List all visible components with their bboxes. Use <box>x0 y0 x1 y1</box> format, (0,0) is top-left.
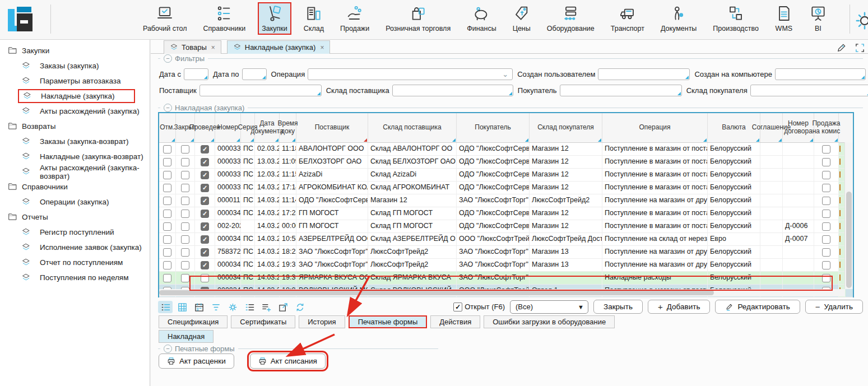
sidebar-item[interactable]: Операции (закупка) <box>0 194 150 210</box>
scrollbar-thumb[interactable] <box>159 290 714 295</box>
table-row[interactable]: 0000337ПС13.03.2411:09БЕЛХОЗТОРГ ОАОСкла… <box>159 156 853 169</box>
cell-proveden[interactable] <box>195 207 215 220</box>
sidebar-item[interactable]: Накладные (закупка-возврат) <box>0 149 150 164</box>
module-reference-list[interactable]: Справочники <box>199 2 249 35</box>
filter-all-select[interactable]: (Все) ▼ <box>510 300 588 314</box>
tab-спецификация[interactable]: Спецификация <box>159 315 228 328</box>
checkbox-icon[interactable] <box>201 274 209 282</box>
table-row[interactable]: 0000341ПС14.03.2410:58АЗЕРБЕЛТРЕЙД ОООСк… <box>159 233 853 246</box>
settings-gear-icon[interactable] <box>225 301 240 313</box>
checkbox-checked-icon[interactable] <box>201 184 209 192</box>
horizontal-scrollbar[interactable] <box>159 289 845 296</box>
cell-proveden[interactable] <box>195 272 215 284</box>
cell-proveden[interactable] <box>195 182 215 194</box>
tree-group[interactable]: Отчеты <box>0 210 150 225</box>
checkbox-checked-icon[interactable] <box>201 210 209 218</box>
cell-proveden[interactable] <box>195 259 215 271</box>
edit-pencil-icon[interactable] <box>836 43 847 55</box>
cell-zakryt[interactable] <box>176 156 195 168</box>
sidebar-item[interactable]: Накладные (закупка) <box>0 89 150 104</box>
checkbox-icon[interactable] <box>163 197 171 205</box>
filter-input[interactable] <box>775 68 866 80</box>
print-button-act-rascenki[interactable]: Акт расценки <box>159 354 234 369</box>
cell-zakryt[interactable] <box>176 207 195 220</box>
open-f6-checkbox[interactable]: Открыт (F6) <box>453 303 505 311</box>
cell-zakryt[interactable] <box>176 272 195 284</box>
doc-tab[interactable]: Накладные (закупка)× <box>227 40 331 54</box>
checkbox-icon[interactable] <box>181 158 189 166</box>
module-shopping-bag[interactable]: Розничная торговля <box>382 2 454 35</box>
checkbox-icon[interactable] <box>163 171 171 179</box>
checkbox-icon[interactable] <box>181 145 189 154</box>
checkbox-checked-icon[interactable] <box>201 222 209 231</box>
cell-proveden[interactable] <box>195 233 215 245</box>
column-header[interactable]: Продажа на комис <box>814 113 839 142</box>
cell-proveden[interactable] <box>195 156 215 168</box>
module-price-tag[interactable]: Цены <box>509 2 535 35</box>
filter-icon[interactable] <box>208 301 223 313</box>
tree-group[interactable]: Справочники <box>0 179 150 194</box>
cell-otm[interactable] <box>159 220 176 232</box>
filter-input[interactable] <box>598 68 690 80</box>
module-person-globe[interactable]: Документы <box>657 2 700 35</box>
module-sales-hand[interactable]: Продажи <box>336 2 373 35</box>
cell-zakryt[interactable] <box>176 220 195 232</box>
tab-ошибки[interactable]: Ошибки загрузки в оборудование <box>484 315 615 328</box>
cell-zakryt[interactable] <box>176 182 195 194</box>
filter-input[interactable] <box>560 85 682 96</box>
module-bi[interactable]: BI <box>805 2 831 35</box>
tab-печатные[interactable]: Печатные формы <box>349 315 428 328</box>
cell-prodazha[interactable] <box>814 259 839 271</box>
table-row[interactable]: 0000343ПС14.03.2419:36ЯРМАРКА ВКУСА ОООС… <box>159 272 853 285</box>
table-row[interactable]: 0000342ПС14.03.2419:31ЗАО "ЛюксСофтТорг"… <box>159 259 853 272</box>
checkbox-icon[interactable] <box>181 261 189 269</box>
checkbox-checked-icon[interactable] <box>201 171 209 179</box>
filter-input[interactable] <box>242 68 267 80</box>
doc-tab[interactable]: Товары× <box>164 40 221 54</box>
filter-input[interactable] <box>184 68 208 80</box>
cell-prodazha[interactable] <box>814 233 839 245</box>
table-row[interactable]: 0000336ПС02.03.2411:18АВАЛОНТОРГ ОООСкла… <box>159 143 853 156</box>
cell-zakryt[interactable] <box>176 259 195 271</box>
column-header[interactable]: Склад поставщика <box>368 113 457 142</box>
checkbox-icon[interactable] <box>822 248 830 257</box>
checkbox-icon[interactable] <box>181 222 189 231</box>
table-row[interactable]: 0000340ПС14.03.2417:23ГП МОГОСТСклад ГП … <box>159 207 853 220</box>
cell-zakryt[interactable] <box>176 194 195 207</box>
module-piggy-bank[interactable]: Финансы <box>463 2 500 35</box>
cell-zakryt[interactable] <box>176 143 195 155</box>
column-header[interactable]: Дата документа <box>255 113 280 142</box>
cell-proveden[interactable] <box>195 194 215 207</box>
sidebar-item[interactable]: Поступления по неделям <box>0 270 150 285</box>
vertical-scrollbar[interactable] <box>844 142 853 289</box>
checkbox-icon[interactable] <box>181 274 189 282</box>
print-button-act-spisaniya[interactable]: Акт списания <box>250 354 326 369</box>
sidebar-item[interactable]: Параметры автозаказа <box>0 73 150 89</box>
cell-otm[interactable] <box>159 169 176 181</box>
close-icon[interactable]: × <box>320 44 324 52</box>
cell-otm[interactable] <box>159 143 176 155</box>
cell-otm[interactable] <box>159 182 176 194</box>
cell-prodazha[interactable] <box>814 182 839 194</box>
cell-prodazha[interactable] <box>814 143 839 155</box>
collapse-icon[interactable]: − <box>164 345 172 353</box>
column-header[interactable]: Отм. <box>159 113 176 142</box>
sidebar-item[interactable]: Исполнение заявок (закупка) <box>0 240 150 255</box>
cell-prodazha[interactable] <box>814 220 839 232</box>
module-equipment[interactable]: Оборудование <box>543 2 598 35</box>
checkbox-icon[interactable] <box>822 222 830 231</box>
column-header[interactable]: Поставщик <box>296 113 368 142</box>
cell-otm[interactable] <box>159 207 176 220</box>
cell-proveden[interactable] <box>195 169 215 181</box>
checkbox-icon[interactable] <box>163 274 171 282</box>
checkbox-icon[interactable] <box>163 145 171 154</box>
cell-prodazha[interactable] <box>814 194 839 207</box>
checkbox-checked-icon[interactable] <box>201 158 209 166</box>
column-header[interactable]: Номер <box>215 113 241 142</box>
theme-sun-icon[interactable] <box>855 11 868 30</box>
sidebar-item[interactable]: Заказы (закупка-возврат) <box>0 134 150 149</box>
cell-otm[interactable] <box>159 194 176 207</box>
sidebar-item[interactable]: Заказы (закупка) <box>0 58 150 73</box>
checkbox-icon[interactable] <box>163 210 171 218</box>
close-icon[interactable]: × <box>211 44 215 52</box>
